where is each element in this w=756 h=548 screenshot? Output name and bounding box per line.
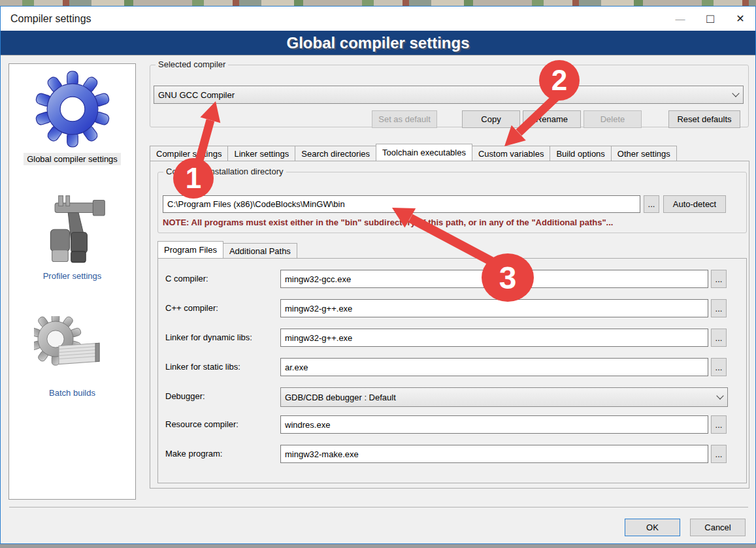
- set-as-default-button[interactable]: Set as default: [372, 110, 437, 128]
- resource-compiler-browse-button[interactable]: ...: [711, 415, 727, 434]
- linker-static-label: Linker for static libs:: [165, 362, 240, 372]
- selected-compiler-dropdown[interactable]: GNU GCC Compiler: [154, 86, 744, 104]
- desktop-background-bottom: [0, 544, 756, 548]
- sidebar-item-label: Batch builds: [46, 387, 99, 399]
- close-icon: ✕: [736, 12, 744, 25]
- close-button[interactable]: ✕: [725, 7, 755, 31]
- browse-directory-button[interactable]: ...: [644, 195, 659, 213]
- tab-linker-settings[interactable]: Linker settings: [227, 146, 295, 161]
- settings-tabbar: Compiler settings Linker settings Search…: [150, 146, 677, 161]
- dialog-body: Global compiler settings: [1, 56, 755, 543]
- chevron-down-icon: [729, 93, 743, 96]
- linker-static-input[interactable]: [280, 358, 708, 376]
- installation-directory-group-label: Compiler's installation directory: [163, 167, 286, 176]
- reset-defaults-button[interactable]: Reset defaults: [668, 110, 740, 128]
- screen: { "window": { "title": "Compiler setting…: [0, 0, 756, 548]
- rename-button[interactable]: Rename: [523, 110, 581, 128]
- linker-dynamic-input[interactable]: [280, 329, 708, 347]
- installation-note: NOTE: All programs must exist either in …: [163, 218, 613, 227]
- minimize-button[interactable]: —: [665, 7, 695, 31]
- selected-compiler-value: GNU GCC Compiler: [154, 90, 729, 100]
- debugger-label: Debugger:: [165, 391, 205, 401]
- sidebar-item-profiler-settings[interactable]: Profiler settings: [9, 191, 135, 282]
- window-title: Compiler settings: [1, 13, 665, 25]
- resource-compiler-input[interactable]: [280, 415, 708, 434]
- c-compiler-input[interactable]: [280, 270, 708, 288]
- compiler-settings-dialog: Compiler settings — □ ✕ Global compiler …: [0, 6, 756, 544]
- blue-gear-icon: [9, 71, 135, 150]
- c-compiler-label: C compiler:: [165, 274, 208, 283]
- sidebar-item-global-compiler-settings[interactable]: Global compiler settings: [9, 71, 135, 165]
- cpp-compiler-label: C++ compiler:: [165, 303, 218, 313]
- installation-directory-input[interactable]: [163, 195, 640, 213]
- tab-other-settings[interactable]: Other settings: [611, 146, 677, 161]
- cpp-compiler-browse-button[interactable]: ...: [711, 299, 727, 317]
- resource-compiler-label: Resource compiler:: [165, 419, 238, 429]
- subtab-additional-paths[interactable]: Additional Paths: [223, 243, 297, 259]
- debugger-dropdown[interactable]: GDB/CDB debugger : Default: [280, 387, 728, 407]
- cpp-compiler-input[interactable]: [280, 299, 708, 317]
- tab-custom-variables[interactable]: Custom variables: [472, 146, 550, 161]
- tab-compiler-settings[interactable]: Compiler settings: [150, 146, 227, 161]
- linker-static-browse-button[interactable]: ...: [711, 358, 727, 376]
- make-program-browse-button[interactable]: ...: [711, 445, 727, 463]
- tab-toolchain-executables[interactable]: Toolchain executables: [376, 144, 472, 161]
- maximize-icon: □: [706, 12, 714, 26]
- footer-separator: [9, 507, 748, 508]
- debugger-value: GDB/CDB debugger : Default: [281, 393, 713, 402]
- ok-button[interactable]: OK: [625, 519, 680, 536]
- titlebar[interactable]: Compiler settings — □ ✕: [1, 7, 755, 31]
- make-program-label: Make program:: [165, 449, 222, 459]
- cancel-button[interactable]: Cancel: [690, 519, 746, 536]
- desktop-background: [0, 0, 756, 6]
- linker-dynamic-label: Linker for dynamic libs:: [165, 332, 252, 342]
- programs-subtabbar: Program Files Additional Paths: [157, 243, 297, 259]
- selected-compiler-group-label: Selected compiler: [156, 59, 228, 69]
- make-program-input[interactable]: [280, 445, 708, 463]
- dialog-banner: Global compiler settings: [1, 31, 755, 56]
- minimize-icon: —: [676, 13, 685, 24]
- sidebar-item-label: Global compiler settings: [24, 153, 121, 165]
- subtab-program-files[interactable]: Program Files: [157, 241, 223, 259]
- caliper-icon: [9, 191, 135, 267]
- chevron-down-icon: [713, 396, 727, 398]
- sidebar-item-label: Profiler settings: [40, 270, 105, 282]
- linker-dynamic-browse-button[interactable]: ...: [711, 329, 727, 347]
- window-controls: — □ ✕: [665, 7, 755, 31]
- settings-category-list: Global compiler settings: [8, 63, 136, 500]
- auto-detect-button[interactable]: Auto-detect: [663, 195, 726, 213]
- sidebar-item-batch-builds[interactable]: Batch builds: [9, 316, 135, 399]
- c-compiler-browse-button[interactable]: ...: [711, 270, 727, 288]
- copy-button[interactable]: Copy: [462, 110, 520, 128]
- tab-search-directories[interactable]: Search directories: [295, 146, 376, 161]
- delete-button[interactable]: Delete: [583, 110, 642, 128]
- dialog-banner-title: Global compiler settings: [286, 34, 469, 52]
- grey-gear-stack-icon: [9, 316, 135, 384]
- maximize-button[interactable]: □: [695, 7, 725, 31]
- tab-build-options[interactable]: Build options: [550, 146, 610, 161]
